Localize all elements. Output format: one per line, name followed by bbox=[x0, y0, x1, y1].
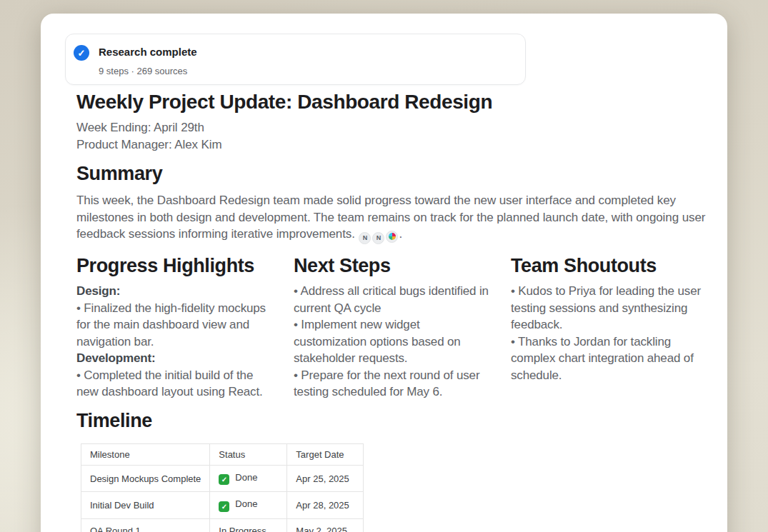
document-meta: Week Ending: April 29th Product Manager:… bbox=[76, 119, 707, 154]
list-item: • Completed the initial build of the new… bbox=[76, 367, 274, 401]
source-badge-1[interactable]: N bbox=[359, 232, 371, 244]
list-item: • Address all critical bugs identified i… bbox=[294, 283, 491, 316]
column-team-shoutouts: Team Shoutouts • Kudos to Priya for lead… bbox=[511, 253, 708, 401]
column-next-steps: Next Steps • Address all critical bugs i… bbox=[294, 253, 491, 401]
progress-highlights-heading: Progress Highlights bbox=[76, 253, 274, 278]
date-cell: Apr 25, 2025 bbox=[287, 465, 364, 492]
date-cell: Apr 28, 2025 bbox=[287, 492, 364, 519]
table-row: Initial Dev Build ✓Done Apr 28, 2025 bbox=[81, 492, 364, 519]
status-cell: ✓Done bbox=[210, 465, 287, 492]
design-label: Design: bbox=[76, 283, 274, 300]
source-badge-colorful[interactable] bbox=[386, 231, 398, 243]
column-header-status: Status bbox=[210, 443, 287, 465]
summary-trailing-period: . bbox=[399, 227, 402, 241]
source-badge-2[interactable]: N bbox=[372, 232, 384, 244]
done-check-icon: ✓ bbox=[219, 474, 229, 485]
week-ending-line: Week Ending: April 29th bbox=[76, 119, 707, 136]
status-text: Done bbox=[235, 472, 257, 483]
research-complete-check-icon: ✓ bbox=[74, 45, 89, 61]
check-glyph: ✓ bbox=[78, 48, 86, 59]
progress-highlights-body: Design: • Finalized the high-fidelity mo… bbox=[76, 283, 274, 401]
source-badge-label: N bbox=[376, 230, 381, 247]
list-item: • Kudos to Priya for leading the user te… bbox=[511, 283, 708, 333]
product-manager-line: Product Manager: Alex Kim bbox=[76, 136, 707, 154]
status-cell: In Progress bbox=[210, 518, 287, 532]
list-item: • Prepare for the next round of user tes… bbox=[294, 367, 491, 401]
list-item: • Finalized the high-fidelity mockups fo… bbox=[76, 300, 274, 351]
list-item: • Thanks to Jordan for tackling complex … bbox=[511, 333, 708, 384]
research-status-text: Research complete 9 steps · 269 sources bbox=[99, 45, 197, 84]
research-status-title: Research complete bbox=[99, 45, 197, 59]
timeline-table: Milestone Status Target Date Design Mock… bbox=[81, 443, 364, 532]
summary-heading: Summary bbox=[76, 161, 707, 186]
status-cell: ✓Done bbox=[210, 492, 287, 519]
done-check-icon: ✓ bbox=[219, 501, 229, 512]
page-title: Weekly Project Update: Dashboard Redesig… bbox=[76, 89, 707, 115]
next-steps-body: • Address all critical bugs identified i… bbox=[294, 283, 491, 401]
column-header-target-date: Target Date bbox=[287, 443, 364, 465]
next-steps-heading: Next Steps bbox=[294, 253, 491, 278]
table-header-row: Milestone Status Target Date bbox=[81, 443, 364, 465]
milestone-cell: Initial Dev Build bbox=[81, 492, 210, 519]
date-cell: May 2, 2025 bbox=[287, 518, 364, 532]
document-window[interactable]: ✓ Research complete 9 steps · 269 source… bbox=[41, 14, 727, 532]
research-status-meta: 9 steps · 269 sources bbox=[99, 65, 197, 78]
table-row: QA Round 1 In Progress May 2, 2025 bbox=[81, 518, 364, 532]
milestone-cell: Design Mockups Complete bbox=[81, 465, 210, 492]
development-label: Development: bbox=[76, 350, 274, 367]
highlights-columns: Progress Highlights Design: • Finalized … bbox=[76, 253, 707, 401]
column-progress-highlights: Progress Highlights Design: • Finalized … bbox=[76, 253, 274, 401]
column-header-milestone: Milestone bbox=[81, 443, 210, 465]
status-text: In Progress bbox=[219, 526, 266, 532]
source-badge-label: N bbox=[363, 230, 367, 247]
timeline-heading: Timeline bbox=[76, 408, 707, 433]
team-shoutouts-body: • Kudos to Priya for leading the user te… bbox=[511, 283, 708, 383]
team-shoutouts-heading: Team Shoutouts bbox=[511, 253, 708, 278]
table-row: Design Mockups Complete ✓Done Apr 25, 20… bbox=[81, 465, 364, 492]
list-item: • Implement new widget customization opt… bbox=[294, 316, 491, 367]
status-text: Done bbox=[235, 498, 257, 509]
milestone-cell: QA Round 1 bbox=[81, 518, 210, 532]
summary-paragraph: This week, the Dashboard Redesign team m… bbox=[76, 192, 707, 244]
research-status-card[interactable]: ✓ Research complete 9 steps · 269 source… bbox=[65, 34, 526, 85]
pinwheel-icon bbox=[389, 233, 396, 240]
